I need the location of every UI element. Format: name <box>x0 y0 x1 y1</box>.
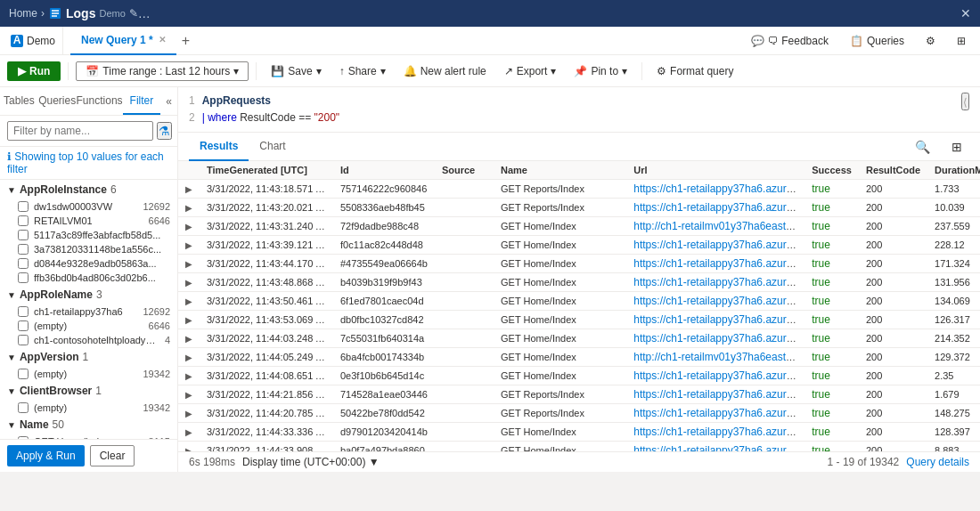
url-cell[interactable]: https://ch1-retailappy37ha6.azurewebsite… <box>626 423 804 442</box>
url-cell[interactable]: https://ch1-retailappy37ha6.azurewebsite… <box>626 385 804 404</box>
url-cell[interactable]: https://ch1-retailappy37ha6.azurewebsite… <box>626 199 804 217</box>
filter-checkbox[interactable] <box>18 369 29 379</box>
filter-checkbox[interactable] <box>18 320 29 331</box>
url-link[interactable]: https://ch1-retailappy37ha6.azurewebsite… <box>633 388 804 401</box>
url-link[interactable]: https://ch1-retailappy37ha6.azurewebsite… <box>633 201 804 214</box>
expand-cell[interactable]: ▶ <box>178 180 200 199</box>
url-link[interactable]: https://ch1-retailappy37ha6.azurewebsite… <box>633 182 804 195</box>
url-link[interactable]: https://ch1-retailappy37ha6.azurewebsite… <box>633 276 804 288</box>
settings-btn[interactable]: ⚙ <box>919 31 943 51</box>
filter-checkbox[interactable] <box>18 306 29 317</box>
th-result-code[interactable]: ResultCode <box>859 161 927 180</box>
query-text[interactable]: AppRequests | where ResultCode == "200" <box>202 93 954 126</box>
url-cell[interactable]: https://ch1-retailappy37ha6.azurewebsite… <box>626 273 804 292</box>
tab-chart[interactable]: Chart <box>249 133 296 161</box>
filter-group-approleinstance-header[interactable]: ▼ AppRoleInstance 6 <box>0 180 177 199</box>
th-time[interactable]: TimeGenerated [UTC] <box>200 161 333 180</box>
url-link[interactable]: https://ch1-retailappy37ha6.azurewebsite… <box>633 313 804 326</box>
expand-cell[interactable]: ▶ <box>178 199 200 217</box>
pencil-icon-btn[interactable]: ✎ <box>129 7 138 20</box>
expand-cell[interactable]: ▶ <box>178 255 200 273</box>
url-link[interactable]: http://ch1-retailmv01y37ha6eastus.clouda… <box>633 220 804 232</box>
url-cell[interactable]: https://ch1-retailappy37ha6.azurewebsite… <box>626 442 804 451</box>
url-link[interactable]: https://ch1-retailappy37ha6.azurewebsite… <box>633 295 804 307</box>
sidebar-nav-tables[interactable]: Tables <box>0 87 38 115</box>
filter-group-appversion-header[interactable]: ▼ AppVersion 1 <box>0 347 177 367</box>
run-button[interactable]: ▶ Run <box>7 61 61 81</box>
expand-cell[interactable]: ▶ <box>178 311 200 329</box>
queries-btn[interactable]: 📋 Queries <box>843 31 911 51</box>
footer-display-time[interactable]: Display time (UTC+00:00) ▼ <box>242 456 380 468</box>
results-table-container[interactable]: TimeGenerated [UTC] Id Source Name Url S… <box>178 161 980 451</box>
th-name[interactable]: Name <box>494 161 626 180</box>
filter-item[interactable]: ch1-retailappy37ha6 12692 <box>0 304 177 319</box>
new-alert-button[interactable]: 🔔 New alert rule <box>396 61 494 81</box>
expand-cell[interactable]: ▶ <box>178 385 200 404</box>
expand-icon[interactable]: ▶ <box>185 390 192 400</box>
filter-checkbox[interactable] <box>18 215 29 226</box>
expand-cell[interactable]: ▶ <box>178 217 200 236</box>
expand-cell[interactable]: ▶ <box>178 423 200 442</box>
format-query-button[interactable]: ⚙ Format query <box>649 61 740 81</box>
filter-item[interactable]: 3a738120331148be1a556c... <box>0 242 177 256</box>
url-link[interactable]: https://ch1-retailappy37ha6.azurewebsite… <box>633 444 804 451</box>
url-link[interactable]: https://ch1-retailappy37ha6.azurewebsite… <box>633 239 804 251</box>
th-success[interactable]: Success <box>804 161 859 180</box>
sidebar-search-input[interactable] <box>7 121 153 141</box>
url-cell[interactable]: https://ch1-retailappy37ha6.azurewebsite… <box>626 180 804 199</box>
filter-group-clientbrowser-header[interactable]: ▼ ClientBrowser 1 <box>0 381 177 401</box>
expand-icon[interactable]: ▶ <box>185 278 192 288</box>
close-icon-btn[interactable]: ✕ <box>960 6 971 20</box>
sidebar-nav-filter[interactable]: Filter <box>123 87 161 115</box>
expand-icon[interactable]: ▶ <box>185 296 192 306</box>
th-source[interactable]: Source <box>435 161 494 180</box>
expand-cell[interactable]: ▶ <box>178 329 200 348</box>
export-button[interactable]: ↗ Export ▾ <box>497 61 564 81</box>
query-collapse-button[interactable]: ⟨ <box>961 93 969 110</box>
filter-checkbox[interactable] <box>18 272 29 283</box>
url-cell[interactable]: https://ch1-retailappy37ha6.azurewebsite… <box>626 236 804 255</box>
url-link[interactable]: https://ch1-retailappy37ha6.azurewebsite… <box>633 257 804 270</box>
filter-checkbox[interactable] <box>18 230 29 240</box>
filter-item[interactable]: (empty) 6646 <box>0 319 177 333</box>
tab-new-query-1[interactable]: New Query 1 * ✕ <box>70 27 176 55</box>
filter-checkbox[interactable] <box>18 244 29 255</box>
save-button[interactable]: 💾 Save ▾ <box>264 61 328 81</box>
url-cell[interactable]: http://ch1-retailmv01y37ha6eastus.clouda… <box>626 348 804 367</box>
columns-toggle-button[interactable]: ⊞ <box>944 136 969 158</box>
filter-item[interactable]: ch1-contosohotelhtploady37... 4 <box>0 333 177 347</box>
filter-group-name-header[interactable]: ▼ Name 50 <box>0 415 177 434</box>
expand-cell[interactable]: ▶ <box>178 348 200 367</box>
expand-icon[interactable]: ▶ <box>185 184 192 194</box>
apply-run-button[interactable]: Apply & Run <box>7 445 85 466</box>
tab-close-icon[interactable]: ✕ <box>159 35 166 45</box>
sidebar-nav-queries[interactable]: Queries <box>38 87 77 115</box>
filter-item[interactable]: d0844e9328e9adb05863a... <box>0 256 177 271</box>
expand-icon[interactable]: ▶ <box>185 409 192 418</box>
sidebar-filter-icon-btn[interactable]: ⚗ <box>157 122 172 140</box>
query-details-link[interactable]: Query details <box>906 456 969 468</box>
expand-icon[interactable]: ▶ <box>185 371 192 381</box>
th-id[interactable]: Id <box>333 161 435 180</box>
expand-cell[interactable]: ▶ <box>178 367 200 385</box>
url-cell[interactable]: https://ch1-retailappy37ha6.azurewebsite… <box>626 292 804 311</box>
filter-item[interactable]: dw1sdw00003VW 12692 <box>0 199 177 214</box>
sidebar-collapse-button[interactable]: « <box>160 87 177 115</box>
expand-cell[interactable]: ▶ <box>178 442 200 451</box>
filter-checkbox[interactable] <box>18 201 29 212</box>
clear-button[interactable]: Clear <box>90 445 135 466</box>
filter-item[interactable]: (empty) 19342 <box>0 367 177 381</box>
expand-cell[interactable]: ▶ <box>178 236 200 255</box>
top-bar-breadcrumb[interactable]: Home <box>9 7 37 20</box>
tab-results[interactable]: Results <box>189 133 249 161</box>
results-search-button[interactable]: 🔍 <box>908 136 937 158</box>
filter-item[interactable]: RETAILVM01 6646 <box>0 214 177 228</box>
expand-icon[interactable]: ▶ <box>185 203 192 213</box>
pin-to-button[interactable]: 📌 Pin to ▾ <box>567 61 634 81</box>
expand-icon[interactable]: ▶ <box>185 353 192 362</box>
expand-icon[interactable]: ▶ <box>185 334 192 344</box>
sidebar-nav-functions[interactable]: Functions <box>77 87 123 115</box>
share-button[interactable]: ↑ Share ▾ <box>332 61 393 81</box>
ellipsis-btn[interactable]: … <box>138 6 151 20</box>
url-cell[interactable]: https://ch1-retailappy37ha6.azurewebsite… <box>626 311 804 329</box>
